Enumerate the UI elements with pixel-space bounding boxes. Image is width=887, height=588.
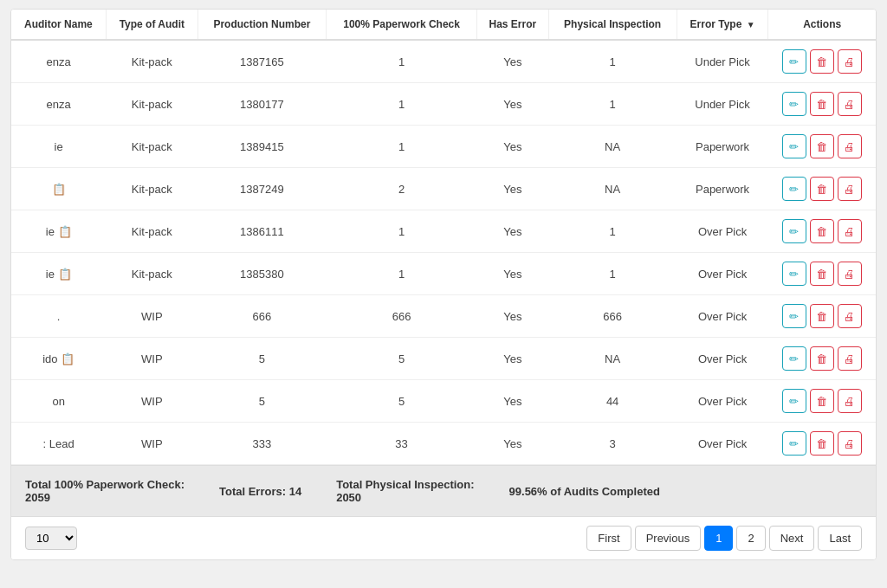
print-button[interactable]: 🖨 [838,304,862,328]
delete-button[interactable]: 🗑 [810,92,834,116]
cell-paperwork: 5 [326,338,476,380]
cell-physical: 44 [548,380,677,423]
cell-has-error: Yes [477,295,548,338]
pagination-bar: 102550100 First Previous 1 2 Next Last [11,516,876,559]
delete-button[interactable]: 🗑 [810,219,834,243]
cell-type: Kit-pack [106,168,197,210]
cell-paperwork: 33 [326,423,476,465]
print-button[interactable]: 🖨 [838,346,862,371]
cell-paperwork: 1 [326,126,476,168]
cell-auditor: 📋 [11,168,106,210]
edit-button[interactable]: ✏ [782,92,806,116]
cell-paperwork: 1 [326,253,476,295]
page-2-button[interactable]: 2 [736,526,765,551]
cell-prod-num: 333 [197,423,326,465]
edit-button[interactable]: ✏ [782,219,806,243]
cell-has-error: Yes [477,380,548,423]
cell-physical: NA [548,168,677,210]
edit-button[interactable]: ✏ [782,346,806,371]
cell-paperwork: 2 [326,168,476,210]
cell-has-error: Yes [477,253,548,295]
cell-physical: NA [548,338,677,380]
cell-paperwork: 666 [326,295,476,338]
cell-type: Kit-pack [106,40,197,83]
cell-auditor: enza [11,40,106,83]
col-physical-inspection: Physical Inspection [548,10,677,40]
delete-button[interactable]: 🗑 [810,304,834,328]
print-button[interactable]: 🖨 [838,219,862,243]
cell-has-error: Yes [477,168,548,210]
cell-prod-num: 666 [197,295,326,338]
cell-prod-num: 1387165 [197,40,326,83]
table-row: : LeadWIP33333Yes3Over Pick ✏ 🗑 🖨 [11,423,876,465]
delete-button[interactable]: 🗑 [810,49,834,74]
page-1-button[interactable]: 1 [704,526,733,551]
col-has-error: Has Error [477,10,548,40]
cell-actions: ✏ 🗑 🖨 [768,40,876,83]
cell-error-type: Over Pick [677,210,768,253]
col-auditor-name: Auditor Name [11,10,106,40]
cell-auditor: ie 📋 [11,210,106,253]
previous-button[interactable]: Previous [635,526,702,551]
cell-type: WIP [106,380,197,423]
cell-auditor: ie [11,126,106,168]
cell-type: Kit-pack [106,210,197,253]
cell-auditor: enza [11,83,106,126]
cell-actions: ✏ 🗑 🖨 [768,380,876,423]
pagination-buttons: First Previous 1 2 Next Last [586,526,862,551]
print-button[interactable]: 🖨 [838,389,862,413]
print-button[interactable]: 🖨 [838,177,862,201]
print-button[interactable]: 🖨 [838,431,862,456]
cell-paperwork: 1 [326,40,476,83]
total-physical: Total Physical Inspection: 2050 [336,478,474,504]
col-actions: Actions [768,10,876,40]
cell-auditor: ie 📋 [11,253,106,295]
edit-button[interactable]: ✏ [782,134,806,158]
cell-physical: NA [548,126,677,168]
table-row: onWIP55Yes44Over Pick ✏ 🗑 🖨 [11,380,876,423]
edit-button[interactable]: ✏ [782,262,806,286]
cell-type: WIP [106,295,197,338]
cell-has-error: Yes [477,83,548,126]
page-size-select[interactable]: 102550100 [25,527,77,550]
delete-button[interactable]: 🗑 [810,346,834,371]
first-button[interactable]: First [586,526,631,551]
edit-button[interactable]: ✏ [782,177,806,201]
cell-actions: ✏ 🗑 🖨 [768,423,876,465]
cell-error-type: Over Pick [677,295,768,338]
cell-actions: ✏ 🗑 🖨 [768,210,876,253]
cell-error-type: Over Pick [677,253,768,295]
cell-type: Kit-pack [106,83,197,126]
cell-prod-num: 1386111 [197,210,326,253]
last-button[interactable]: Last [818,526,862,551]
table-row: ido 📋WIP55YesNAOver Pick ✏ 🗑 🖨 [11,338,876,380]
cell-prod-num: 1380177 [197,83,326,126]
cell-physical: 3 [548,423,677,465]
cell-paperwork: 5 [326,380,476,423]
print-button[interactable]: 🖨 [838,134,862,158]
delete-button[interactable]: 🗑 [810,134,834,158]
print-button[interactable]: 🖨 [838,92,862,116]
edit-button[interactable]: ✏ [782,389,806,413]
delete-button[interactable]: 🗑 [810,177,834,201]
cell-paperwork: 1 [326,83,476,126]
cell-has-error: Yes [477,423,548,465]
edit-button[interactable]: ✏ [782,431,806,456]
cell-has-error: Yes [477,126,548,168]
edit-button[interactable]: ✏ [782,49,806,74]
print-button[interactable]: 🖨 [838,262,862,286]
delete-button[interactable]: 🗑 [810,389,834,413]
cell-paperwork: 1 [326,210,476,253]
next-button[interactable]: Next [769,526,815,551]
delete-button[interactable]: 🗑 [810,431,834,456]
col-error-type[interactable]: Error Type ▼ [677,10,768,40]
delete-button[interactable]: 🗑 [810,262,834,286]
cell-type: Kit-pack [106,126,197,168]
cell-prod-num: 1389415 [197,126,326,168]
cell-prod-num: 5 [197,380,326,423]
edit-button[interactable]: ✏ [782,304,806,328]
sort-arrow-icon: ▼ [747,20,755,29]
table-row: ie 📋Kit-pack13861111Yes1Over Pick ✏ 🗑 🖨 [11,210,876,253]
cell-auditor: : Lead [11,423,106,465]
print-button[interactable]: 🖨 [838,49,862,74]
